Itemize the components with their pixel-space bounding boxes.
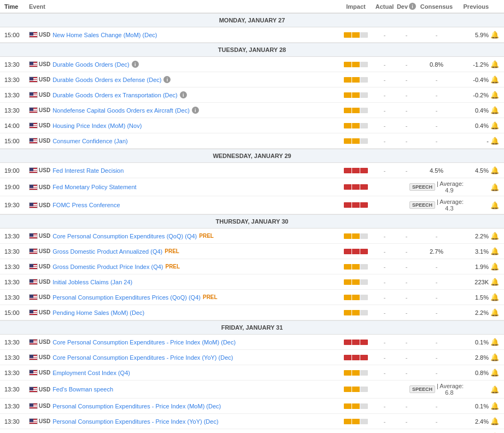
event-name[interactable]: Core Personal Consumption Expenditures -… bbox=[52, 339, 236, 346]
bell-icon[interactable]: 🔔 bbox=[490, 232, 499, 240]
bell-cell[interactable]: 🔔 bbox=[490, 60, 500, 68]
bell-cell[interactable]: 🔔 bbox=[490, 293, 500, 301]
dev-info-icon[interactable]: i bbox=[409, 3, 416, 10]
bell-cell[interactable]: 🔔 bbox=[490, 417, 500, 425]
consensus-dash: - bbox=[436, 403, 438, 409]
us-flag-icon bbox=[29, 32, 38, 38]
dev-value: - bbox=[397, 294, 416, 301]
event-name[interactable]: Personal Consumption Expenditures - Pric… bbox=[52, 403, 221, 409]
bell-cell[interactable]: 🔔 bbox=[490, 91, 500, 99]
event-name[interactable]: Consumer Confidence (Jan) bbox=[52, 138, 128, 144]
event-name[interactable]: FOMC Press Conference bbox=[52, 202, 120, 208]
event-name[interactable]: Gross Domestic Product Annualized (Q4) bbox=[52, 248, 162, 255]
event-name[interactable]: New Home Sales Change (MoM) (Dec) bbox=[52, 32, 157, 38]
bell-cell[interactable]: 🔔 bbox=[490, 106, 500, 114]
bell-cell[interactable]: 🔔 bbox=[490, 232, 500, 240]
bell-cell[interactable]: 🔔 bbox=[490, 368, 500, 377]
previous-value: 0.1% bbox=[475, 339, 489, 346]
bell-cell[interactable]: 🔔 bbox=[490, 166, 500, 174]
bell-icon[interactable]: 🔔 bbox=[490, 166, 499, 174]
event-name[interactable]: Fed Monetary Policy Statement bbox=[52, 184, 136, 190]
average-text: | Average: 4.9 bbox=[435, 180, 464, 194]
currency-label: USD bbox=[39, 92, 50, 98]
previous-value: 223K bbox=[474, 279, 489, 285]
consensus-cell: - bbox=[416, 77, 457, 83]
event-name[interactable]: Nondefense Capital Goods Orders ex Aircr… bbox=[52, 107, 190, 114]
event-name[interactable]: Personal Consumption Expenditures Prices… bbox=[52, 294, 201, 301]
bell-cell[interactable]: 🔔 bbox=[490, 247, 500, 255]
us-flag-icon bbox=[29, 107, 38, 113]
bell-icon[interactable]: 🔔 bbox=[490, 75, 499, 84]
event-info-icon[interactable]: i bbox=[132, 61, 139, 68]
event-name[interactable]: Pending Home Sales (MoM) (Dec) bbox=[52, 309, 144, 316]
bell-icon[interactable]: 🔔 bbox=[490, 368, 499, 377]
bell-icon[interactable]: 🔔 bbox=[490, 106, 499, 114]
dev-value: - bbox=[397, 32, 416, 38]
bell-icon[interactable]: 🔔 bbox=[490, 308, 499, 317]
dev-value: - bbox=[397, 354, 416, 361]
bell-icon[interactable]: 🔔 bbox=[490, 60, 499, 68]
bell-icon[interactable]: 🔔 bbox=[490, 417, 499, 425]
bell-cell[interactable]: 🔔 bbox=[490, 338, 500, 346]
bell-icon[interactable]: 🔔 bbox=[490, 385, 499, 394]
bell-icon[interactable]: 🔔 bbox=[490, 201, 499, 209]
previous-cell: -0.4% bbox=[457, 77, 490, 83]
event-time: 13:30 bbox=[4, 92, 29, 98]
event-name[interactable]: Housing Price Index (MoM) (Nov) bbox=[52, 122, 142, 129]
bell-icon[interactable]: 🔔 bbox=[490, 121, 499, 130]
event-info: USD Durable Goods Orders ex Transportati… bbox=[29, 91, 339, 98]
bell-cell[interactable]: 🔔 bbox=[490, 183, 500, 191]
bell-cell[interactable]: 🔔 bbox=[490, 402, 500, 410]
bell-cell[interactable]: 🔔 bbox=[490, 31, 500, 39]
event-name[interactable]: Employment Cost Index (Q4) bbox=[52, 370, 130, 376]
bell-icon[interactable]: 🔔 bbox=[490, 278, 499, 286]
bell-cell[interactable]: 🔔 bbox=[490, 137, 500, 145]
event-name[interactable]: Gross Domestic Product Price Index (Q4) bbox=[52, 264, 163, 270]
bell-icon[interactable]: 🔔 bbox=[490, 91, 499, 99]
event-name[interactable]: Personal Consumption Expenditures - Pric… bbox=[52, 418, 218, 425]
consensus-cell: - bbox=[416, 92, 457, 98]
event-name[interactable]: Durable Goods Orders ex Defense (Dec) bbox=[52, 77, 161, 83]
us-flag-icon bbox=[29, 370, 38, 376]
event-time: 13:30 bbox=[4, 77, 29, 83]
bell-icon[interactable]: 🔔 bbox=[490, 402, 499, 410]
day-separator: FRIDAY, JANUARY 31 bbox=[0, 320, 504, 335]
event-name[interactable]: Durable Goods Orders ex Transportation (… bbox=[52, 92, 178, 98]
event-name[interactable]: Fed's Bowman speech bbox=[52, 386, 113, 393]
event-name[interactable]: Fed Interest Rate Decision bbox=[52, 167, 124, 174]
currency-label: USD bbox=[39, 77, 50, 83]
event-name[interactable]: Core Personal Consumption Expenditures (… bbox=[52, 233, 197, 239]
bell-icon[interactable]: 🔔 bbox=[490, 137, 499, 145]
event-time: 13:30 bbox=[4, 107, 29, 114]
bell-cell[interactable]: 🔔 bbox=[490, 262, 500, 271]
consensus-cell: - bbox=[416, 294, 457, 301]
consensus-value: 4.5% bbox=[430, 167, 443, 174]
event-info-icon[interactable]: i bbox=[180, 91, 187, 98]
bell-icon[interactable]: 🔔 bbox=[490, 262, 499, 271]
event-info-icon[interactable]: i bbox=[192, 107, 199, 114]
event-info: USD Consumer Confidence (Jan) bbox=[29, 138, 339, 144]
bell-cell[interactable]: 🔔 bbox=[490, 308, 500, 317]
bell-icon[interactable]: 🔔 bbox=[490, 31, 499, 39]
impact-indicator bbox=[339, 123, 372, 128]
currency-flag: USD bbox=[29, 354, 50, 360]
bell-icon[interactable]: 🔔 bbox=[490, 183, 499, 191]
event-name[interactable]: Initial Jobless Claims (Jan 24) bbox=[52, 279, 132, 285]
bell-icon[interactable]: 🔔 bbox=[490, 338, 499, 346]
bell-cell[interactable]: 🔔 bbox=[490, 385, 500, 394]
consensus-cell: - bbox=[416, 418, 457, 425]
bell-cell[interactable]: 🔔 bbox=[490, 75, 500, 84]
previous-cell: 0.1% bbox=[457, 403, 490, 409]
bell-icon[interactable]: 🔔 bbox=[490, 247, 499, 255]
bell-cell[interactable]: 🔔 bbox=[490, 278, 500, 286]
bell-cell[interactable]: 🔔 bbox=[490, 353, 500, 361]
table-row: 13:30 USD Gross Domestic Product Annuali… bbox=[0, 244, 504, 259]
bell-cell[interactable]: 🔔 bbox=[490, 201, 500, 209]
bell-icon[interactable]: 🔔 bbox=[490, 293, 499, 301]
event-name[interactable]: Core Personal Consumption Expenditures -… bbox=[52, 354, 233, 361]
event-info-icon[interactable]: i bbox=[163, 76, 171, 83]
event-info: USD Nondefense Capital Goods Orders ex A… bbox=[29, 107, 339, 114]
event-name[interactable]: Durable Goods Orders (Dec) bbox=[52, 61, 130, 68]
bell-cell[interactable]: 🔔 bbox=[490, 121, 500, 130]
bell-icon[interactable]: 🔔 bbox=[490, 353, 499, 361]
